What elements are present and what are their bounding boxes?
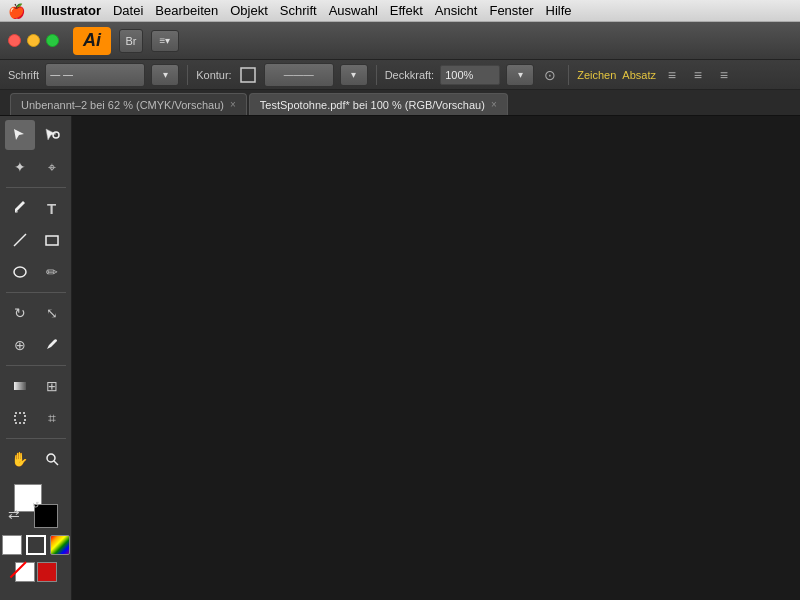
tab-unbenannt[interactable]: Unbenannt–2 bei 62 % (CMYK/Vorschau) × <box>10 93 247 115</box>
crop-icon <box>12 410 28 426</box>
menu-bearbeiten[interactable]: Bearbeiten <box>155 3 218 18</box>
hand-tool[interactable]: ✋ <box>5 444 35 474</box>
zeichen-link[interactable]: Zeichen <box>577 69 616 81</box>
svg-line-8 <box>54 461 58 465</box>
rect-tool[interactable] <box>37 225 67 255</box>
magic-wand-tool[interactable]: ✦ <box>5 152 35 182</box>
gradient-tool[interactable] <box>5 371 35 401</box>
tab-label-active: TestSpotohne.pdf* bei 100 % (RGB/Vorscha… <box>260 99 485 111</box>
zoom-tool[interactable] <box>37 444 67 474</box>
bridge-button[interactable]: Br <box>119 29 143 53</box>
lasso-tool[interactable]: ⌖ <box>37 152 67 182</box>
align-right-icon[interactable]: ≡ <box>714 65 734 85</box>
opacity-dropdown[interactable]: ▾ <box>506 64 534 86</box>
svg-point-1 <box>53 132 59 138</box>
svg-point-7 <box>47 454 55 462</box>
stroke-input[interactable]: ——— <box>264 63 334 87</box>
left-toolbar: ✦ ⌖ T ✏ ↻ ⤡ <box>0 116 72 600</box>
menu-schrift[interactable]: Schrift <box>280 3 317 18</box>
line-tool[interactable] <box>5 225 35 255</box>
color-gradient-icon[interactable] <box>50 535 70 555</box>
crop-tool[interactable] <box>5 403 35 433</box>
line-icon <box>12 232 28 248</box>
schrift-label: Schrift <box>8 69 39 81</box>
menu-ansicht[interactable]: Ansicht <box>435 3 478 18</box>
stroke-icon[interactable] <box>26 535 46 555</box>
svg-point-4 <box>14 267 26 277</box>
direct-select-icon <box>44 127 60 143</box>
pen-icon <box>12 200 28 216</box>
none-color-indicators <box>15 562 57 582</box>
none-fill-icon[interactable] <box>15 562 35 582</box>
blend-tool[interactable]: ⊕ <box>5 330 35 360</box>
zoom-icon <box>44 451 60 467</box>
eyedropper-tool[interactable] <box>37 330 67 360</box>
apple-menu[interactable]: 🍎 <box>8 3 25 19</box>
title-bar: Ai Br ≡▾ <box>0 22 800 60</box>
scale-tool[interactable]: ⤡ <box>37 298 67 328</box>
toolbar-sep-3 <box>6 365 66 366</box>
pen-tool[interactable] <box>5 193 35 223</box>
selection-tool[interactable] <box>5 120 35 150</box>
font-size-dropdown[interactable]: ▾ <box>151 64 179 86</box>
stroke-dropdown[interactable]: ▾ <box>340 64 368 86</box>
direct-select-tool[interactable] <box>37 120 67 150</box>
menu-datei[interactable]: Datei <box>113 3 143 18</box>
menu-objekt[interactable]: Objekt <box>230 3 268 18</box>
reset-colors-icon[interactable]: ↺ <box>32 500 40 510</box>
svg-rect-5 <box>14 382 26 390</box>
toolbar-sep-4 <box>6 438 66 439</box>
maximize-window-button[interactable] <box>46 34 59 47</box>
rotate-tool[interactable]: ↻ <box>5 298 35 328</box>
color-settings-icon[interactable]: ⊙ <box>540 65 560 85</box>
none-stroke-icon[interactable] <box>37 562 57 582</box>
ellipse-tool[interactable] <box>5 257 35 287</box>
mesh-tool[interactable]: ⊞ <box>37 371 67 401</box>
font-selector[interactable]: — — <box>45 63 145 87</box>
fill-stroke-icons <box>2 535 70 555</box>
minimize-window-button[interactable] <box>27 34 40 47</box>
main-area: ✦ ⌖ T ✏ ↻ ⤡ <box>0 116 800 600</box>
swatch-container: ⇄ ↺ <box>14 484 58 528</box>
tab-close-active-button[interactable]: × <box>491 99 497 110</box>
selection-icon <box>12 127 28 143</box>
tab-close-button[interactable]: × <box>230 99 236 110</box>
fill-icon[interactable] <box>2 535 22 555</box>
swap-colors-icon[interactable]: ⇄ <box>8 506 20 522</box>
eyedropper-icon <box>44 337 60 353</box>
opacity-input[interactable] <box>440 65 500 85</box>
align-left-icon[interactable]: ≡ <box>662 65 682 85</box>
slice-tool[interactable]: ⌗ <box>37 403 67 433</box>
stroke-swatch-icon <box>240 67 256 83</box>
arrange-dropdown[interactable]: ≡▾ <box>151 30 179 52</box>
app-name: Illustrator <box>41 3 101 18</box>
tabs-bar: Unbenannt–2 bei 62 % (CMYK/Vorschau) × T… <box>0 90 800 116</box>
svg-rect-6 <box>15 413 25 423</box>
align-center-icon[interactable]: ≡ <box>688 65 708 85</box>
text-icon: T <box>47 200 56 217</box>
close-window-button[interactable] <box>8 34 21 47</box>
menu-hilfe[interactable]: Hilfe <box>546 3 572 18</box>
svg-line-2 <box>14 234 26 246</box>
svg-rect-0 <box>241 68 255 82</box>
deckkraft-label: Deckkraft: <box>385 69 435 81</box>
svg-rect-3 <box>46 236 58 245</box>
brush-tool[interactable]: ✏ <box>37 257 67 287</box>
ellipse-icon <box>12 264 28 280</box>
toolbar-sep-2 <box>6 292 66 293</box>
ai-logo: Ai <box>73 27 111 55</box>
stroke-color-icon[interactable] <box>238 65 258 85</box>
color-section: ⇄ ↺ <box>2 484 70 582</box>
kontur-label: Kontur: <box>196 69 231 81</box>
tab-label: Unbenannt–2 bei 62 % (CMYK/Vorschau) <box>21 99 224 111</box>
text-tool[interactable]: T <box>37 193 67 223</box>
menu-auswahl[interactable]: Auswahl <box>329 3 378 18</box>
menu-effekt[interactable]: Effekt <box>390 3 423 18</box>
menu-bar: 🍎 Illustrator Datei Bearbeiten Objekt Sc… <box>0 0 800 22</box>
absatz-link[interactable]: Absatz <box>622 69 656 81</box>
traffic-lights <box>8 34 59 47</box>
toolbar-sep-1 <box>6 187 66 188</box>
canvas-wrapper: Viele Grüße ▼ Attribute ≡ ✓ <box>72 116 800 600</box>
menu-fenster[interactable]: Fenster <box>489 3 533 18</box>
tab-testspot[interactable]: TestSpotohne.pdf* bei 100 % (RGB/Vorscha… <box>249 93 508 115</box>
